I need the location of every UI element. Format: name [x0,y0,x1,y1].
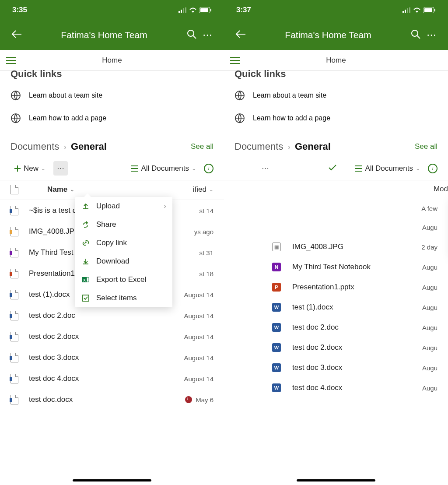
menu-label: Upload [96,202,120,211]
file-row[interactable]: W test (1).docx Augu [262,297,448,317]
menu-button[interactable] [224,57,246,64]
file-row[interactable]: test doc 3.docx August 14 [0,347,224,368]
quick-link-team-site[interactable]: Learn about a team site [10,84,214,107]
back-button[interactable] [233,29,248,41]
status-bar: 3:35 [0,0,224,20]
file-row[interactable]: W test doc 2.docx Augu [262,337,448,358]
file-date: August 14 [184,375,214,383]
chevron-right-icon: › [283,142,295,152]
file-name: test doc 2.doc [29,311,184,320]
new-button[interactable]: New ⌄ [10,162,49,176]
globe-icon [10,90,21,101]
search-button[interactable] [408,29,424,41]
menu-upload[interactable]: Upload › [75,197,172,215]
svg-rect-17 [409,7,410,13]
battery-icon [424,7,436,13]
signal-icon [402,7,410,13]
file-name: test doc 2.doc [292,323,417,332]
file-date: August 14 [184,291,214,299]
documents-toolbar: ⋯ All Documents ⌄ i [224,157,448,180]
file-name: My Third Test Notebook [292,263,417,271]
view-label: All Documents [365,164,413,173]
info-button[interactable]: i [204,164,214,173]
file-row[interactable]: W test doc 4.docx Augu [262,378,448,398]
quick-links-heading: Quick links [0,68,224,80]
file-row[interactable]: test doc 4.docx August 14 [0,368,224,389]
wifi-icon [413,7,421,13]
file-date: August 14 [184,354,214,362]
chevron-down-icon: ⌄ [416,165,420,172]
new-label: New [24,164,38,173]
menu-download[interactable]: Download [75,252,172,271]
search-icon [187,29,196,39]
file-date: Augu [417,344,438,351]
search-button[interactable] [184,29,200,41]
svg-rect-5 [200,8,208,12]
svg-rect-20 [434,9,435,11]
file-row[interactable]: ▣ IMG_4008.JPG 2 day [262,237,448,257]
done-button[interactable] [328,164,337,173]
globe-icon [234,113,245,123]
more-button[interactable]: ⋯ [424,29,439,41]
file-list: A few Augu▣ IMG_4008.JPG 2 dayN My Third… [224,199,448,398]
breadcrumb-root[interactable]: Documents [10,141,59,152]
see-all-link[interactable]: See all [415,142,438,151]
file-row[interactable]: P Presentation1.pptx Augu [262,277,448,297]
svg-rect-3 [185,7,186,13]
file-icon [10,311,18,320]
menu-button[interactable] [0,57,22,64]
more-button[interactable]: ⋯ [200,29,215,41]
file-row[interactable]: Augu [262,218,448,237]
globe-icon [234,90,245,101]
menu-export-excel[interactable]: X Export to Excel [75,271,172,289]
file-date: Augu [417,224,438,231]
overflow-button[interactable]: ⋯ [258,161,273,176]
file-name: test doc 3.docx [29,353,184,362]
tab-home[interactable]: Home [246,56,448,65]
hamburger-icon [230,57,240,64]
file-name: test doc.docx [29,395,185,404]
svg-rect-15 [405,10,406,13]
status-bar: 3:37 [224,0,448,20]
app-bar: Fatima's Home Team ⋯ [0,20,224,50]
overflow-button[interactable]: ⋯ [53,161,68,176]
plus-icon [14,165,21,172]
file-row[interactable]: test doc 2.doc August 14 [0,305,224,326]
file-date: st 14 [199,207,214,214]
file-date: Augu [417,284,438,291]
file-row[interactable]: W test doc 2.doc Augu [262,317,448,337]
see-all-link[interactable]: See all [191,142,214,151]
excel-icon: X [82,276,89,283]
wifi-icon [189,7,197,13]
menu-select-items[interactable]: Select items [75,289,172,307]
file-icon [10,290,18,299]
quick-link-add-page[interactable]: Learn how to add a page [234,107,438,130]
menu-share[interactable]: Share [75,215,172,234]
file-row[interactable]: W test doc 3.docx Augu [262,358,448,378]
file-row[interactable]: test doc 2.docx August 14 [0,326,224,347]
view-selector[interactable]: All Documents ⌄ [128,162,200,176]
tab-home[interactable]: Home [22,56,224,65]
column-modified[interactable]: Mod [434,185,448,193]
back-button[interactable] [9,29,24,41]
file-name: test doc 4.docx [292,383,417,392]
upload-icon [82,203,89,210]
svg-rect-14 [402,11,404,13]
file-icon: W [272,363,281,372]
file-row[interactable]: test doc.docx May 6 [0,389,224,410]
file-name: Presentation1.pptx [292,283,417,292]
column-header: Mod [224,180,448,199]
view-selector[interactable]: All Documents ⌄ [352,162,424,176]
menu-copy-link[interactable]: Copy link [75,234,172,252]
breadcrumb-root[interactable]: Documents [234,141,283,152]
column-name[interactable]: Name⌄ [47,185,74,194]
file-row[interactable]: N My Third Test Notebook Augu [262,257,448,277]
back-arrow-icon [235,29,246,39]
svg-rect-2 [183,8,184,13]
column-modified[interactable]: ified⌄ [193,185,214,194]
quick-link-add-page[interactable]: Learn how to add a page [10,107,214,130]
info-button[interactable]: i [428,164,438,173]
file-row[interactable]: A few [262,199,448,218]
breadcrumb: Documents › General See all [0,138,224,157]
quick-link-team-site[interactable]: Learn about a team site [234,84,438,107]
